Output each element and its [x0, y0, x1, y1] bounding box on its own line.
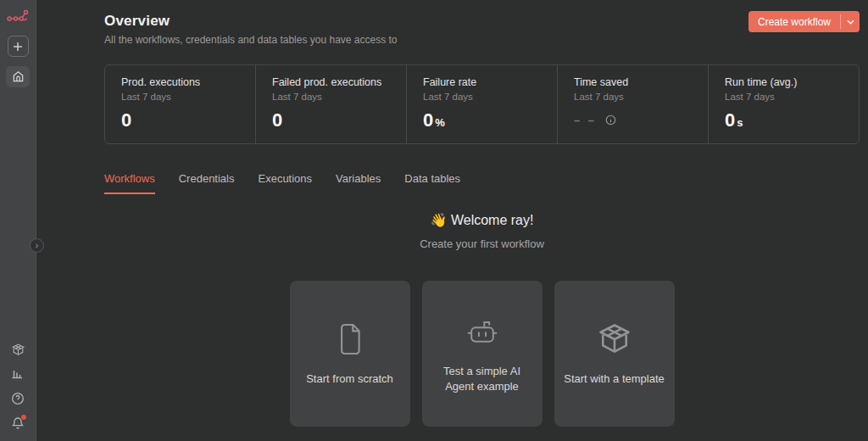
robot-icon [465, 313, 500, 350]
tab-credentials[interactable]: Credentials [179, 172, 235, 194]
notifications-bell-icon[interactable] [8, 414, 27, 433]
main-content: Overview All the workflows, credentials … [37, 0, 868, 441]
stat-period: Last 7 days [272, 92, 390, 102]
start-from-scratch-card[interactable]: Start from scratch [290, 281, 410, 427]
stat-label: Failure rate [423, 76, 541, 88]
create-workflow-label[interactable]: Create workflow [748, 11, 840, 32]
stat-value: 0s [725, 109, 843, 131]
stat-value: 0 [272, 109, 390, 131]
stat-failure-rate: Failure rate Last 7 days 0% [406, 65, 557, 143]
sidebar-bottom-group [0, 340, 36, 433]
stat-run-time-avg: Run time (avg.) Last 7 days 0s [708, 65, 859, 143]
stat-label: Time saved [574, 76, 692, 88]
stat-period: Last 7 days [423, 92, 541, 102]
page-header: Overview All the workflows, credentials … [104, 13, 860, 46]
stats-summary-bar: Prod. executions Last 7 days 0 Failed pr… [104, 64, 860, 144]
stat-label: Prod. executions [121, 76, 239, 88]
card-label: Start with a template [564, 371, 665, 387]
stat-period: Last 7 days [725, 92, 843, 102]
chevron-down-icon[interactable] [841, 11, 860, 32]
insights-bar-chart-icon[interactable] [8, 365, 27, 383]
page-subtitle: All the workflows, credentials and data … [104, 34, 398, 46]
sidebar-collapse-chevron-icon[interactable]: › [30, 238, 44, 253]
file-icon [336, 321, 364, 358]
tab-executions[interactable]: Executions [258, 172, 312, 194]
sidebar [0, 0, 36, 441]
stat-empty-value: – – [574, 114, 692, 126]
empty-value-dashes: – – [574, 114, 597, 126]
stat-value: 0% [423, 109, 541, 131]
stat-prod-executions: Prod. executions Last 7 days 0 [105, 65, 255, 143]
welcome-title: 👋 Welcome ray! [104, 212, 860, 228]
page-title: Overview [104, 13, 398, 30]
tab-data-tables[interactable]: Data tables [404, 172, 460, 194]
card-label: Test a simple AI Agent example [431, 364, 533, 394]
templates-box-icon[interactable] [8, 340, 27, 359]
start-with-template-card[interactable]: Start with a template [554, 281, 675, 427]
tab-variables[interactable]: Variables [336, 172, 381, 194]
stat-failed-prod-executions: Failed prod. executions Last 7 days 0 [255, 65, 406, 143]
stat-time-saved: Time saved Last 7 days – – [557, 65, 708, 143]
add-workflow-button[interactable] [8, 36, 29, 57]
info-icon[interactable] [605, 114, 616, 126]
welcome-section: 👋 Welcome ray! Create your first workflo… [104, 212, 860, 250]
start-options: Start from scratch Test a simple AI Agen… [104, 281, 860, 427]
create-workflow-button[interactable]: Create workflow [748, 11, 860, 32]
test-ai-agent-card[interactable]: Test a simple AI Agent example [422, 281, 542, 427]
sidebar-item-overview[interactable] [6, 66, 30, 87]
stat-period: Last 7 days [574, 92, 692, 102]
stat-label: Failed prod. executions [272, 76, 390, 88]
stat-value: 0 [121, 109, 239, 131]
stat-label: Run time (avg.) [725, 76, 843, 88]
notification-dot [21, 415, 26, 420]
n8n-logo-icon[interactable] [7, 8, 29, 24]
card-label: Start from scratch [299, 371, 401, 387]
tab-workflows[interactable]: Workflows [104, 172, 155, 194]
stat-period: Last 7 days [121, 92, 239, 102]
open-box-icon [596, 321, 633, 358]
help-icon[interactable] [8, 389, 27, 408]
welcome-subtitle: Create your first workflow [104, 237, 860, 250]
resource-tabs: Workflows Credentials Executions Variabl… [104, 172, 860, 194]
